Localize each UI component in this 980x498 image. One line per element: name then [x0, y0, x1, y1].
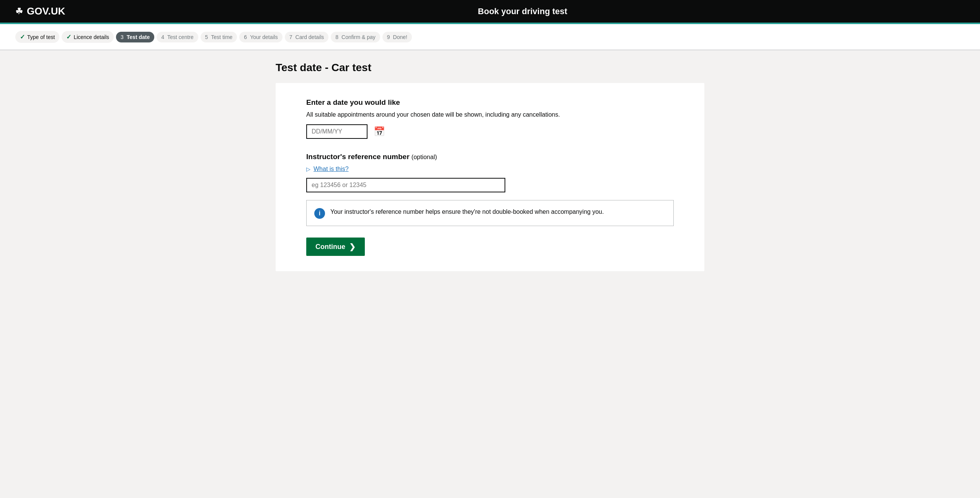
- step-7-number: 7: [289, 34, 292, 40]
- checkmark-icon: ✓: [20, 33, 25, 41]
- step-8-number: 8: [335, 34, 338, 40]
- step-6-label: Your details: [250, 34, 278, 40]
- progress-stepper: ✓ Type of test ✓ Licence details 3 Test …: [0, 24, 980, 50]
- step-6-your-details[interactable]: 6 Your details: [239, 32, 282, 42]
- step-9-label: Done!: [393, 34, 407, 40]
- instructor-label-text: Instructor's reference number: [306, 153, 410, 161]
- date-input-row: 📅: [306, 124, 674, 139]
- date-hint-text: All suitable appointments around your ch…: [306, 111, 674, 118]
- continue-label: Continue: [315, 243, 345, 251]
- calendar-icon: 📅: [374, 126, 385, 137]
- step-3-test-date[interactable]: 3 Test date: [116, 32, 154, 42]
- date-input[interactable]: [306, 124, 368, 139]
- step-1-label: Type of test: [27, 34, 55, 40]
- step-7-card-details[interactable]: 7 Card details: [285, 32, 329, 42]
- form-card: Enter a date you would like All suitable…: [276, 83, 704, 271]
- continue-button[interactable]: Continue ❯: [306, 238, 365, 256]
- step-5-number: 5: [205, 34, 208, 40]
- step-4-test-centre[interactable]: 4 Test centre: [157, 32, 198, 42]
- site-header: ☘ GOV.UK Book your driving test: [0, 0, 980, 23]
- step-2-licence-details[interactable]: ✓ Licence details: [62, 31, 114, 43]
- date-section-label: Enter a date you would like: [306, 98, 674, 107]
- step-5-test-time[interactable]: 5 Test time: [201, 32, 237, 42]
- triangle-icon: ▷: [306, 166, 310, 172]
- info-box-text: Your instructor's reference number helps…: [330, 207, 604, 216]
- gov-logo[interactable]: ☘ GOV.UK: [15, 5, 65, 17]
- crown-icon: ☘: [15, 7, 23, 16]
- info-box: i Your instructor's reference number hel…: [306, 200, 674, 226]
- step-1-type-of-test[interactable]: ✓ Type of test: [15, 31, 59, 43]
- calendar-icon-button[interactable]: 📅: [372, 125, 387, 138]
- instructor-label: Instructor's reference number (optional): [306, 153, 674, 161]
- what-is-this-link[interactable]: What is this?: [314, 166, 349, 173]
- main-content: Test date - Car test Enter a date you wo…: [260, 50, 720, 283]
- checkmark-icon: ✓: [66, 33, 71, 41]
- page-title: Test date - Car test: [276, 62, 704, 74]
- optional-label: (optional): [412, 154, 437, 160]
- instructor-reference-input[interactable]: [306, 178, 505, 192]
- step-8-label: Confirm & pay: [341, 34, 376, 40]
- page-header-title: Book your driving test: [80, 7, 965, 16]
- what-is-this-row: ▷ What is this?: [306, 166, 674, 173]
- instructor-section: Instructor's reference number (optional)…: [306, 153, 674, 226]
- step-7-label: Card details: [296, 34, 324, 40]
- step-3-number: 3: [121, 34, 124, 40]
- step-2-label: Licence details: [74, 34, 109, 40]
- step-8-confirm-pay[interactable]: 8 Confirm & pay: [331, 32, 380, 42]
- info-icon: i: [314, 208, 325, 219]
- step-9-number: 9: [387, 34, 390, 40]
- step-5-label: Test time: [211, 34, 232, 40]
- step-4-number: 4: [161, 34, 164, 40]
- date-section: Enter a date you would like All suitable…: [306, 98, 674, 139]
- arrow-icon: ❯: [349, 242, 356, 251]
- step-9-done[interactable]: 9 Done!: [382, 32, 412, 42]
- logo-text: GOV.UK: [27, 5, 65, 17]
- step-3-label: Test date: [127, 34, 150, 40]
- step-4-label: Test centre: [167, 34, 193, 40]
- step-6-number: 6: [244, 34, 247, 40]
